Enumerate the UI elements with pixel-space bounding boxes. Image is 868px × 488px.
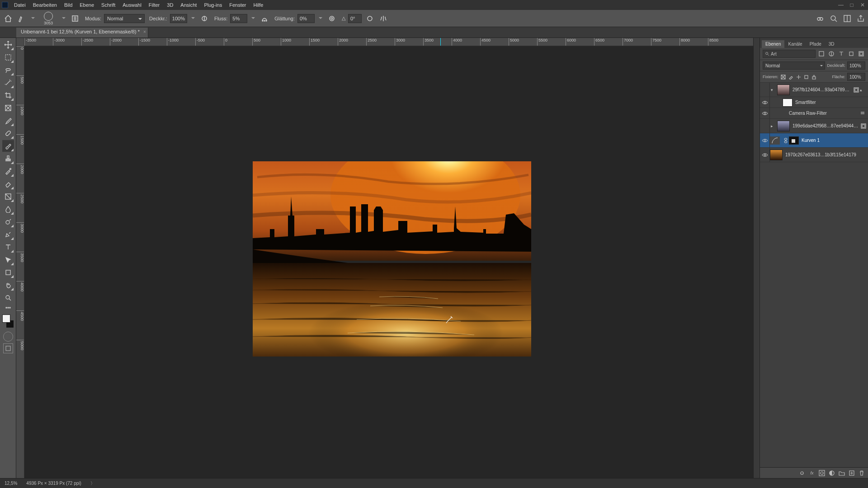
smoothing-input[interactable]: 0% bbox=[297, 14, 315, 23]
eraser-tool[interactable] bbox=[2, 178, 14, 190]
visibility-toggle[interactable] bbox=[760, 83, 770, 97]
tab-ebenen[interactable]: Ebenen bbox=[762, 40, 784, 48]
tab-pfade[interactable]: Pfade bbox=[806, 40, 825, 48]
layer-blend-mode[interactable]: Normal bbox=[763, 61, 825, 70]
flow-input[interactable]: 5% bbox=[230, 14, 247, 23]
layer-name[interactable]: 199e6dae42f968…87ee94944802d bbox=[793, 123, 859, 128]
filter-type-icon[interactable] bbox=[837, 50, 845, 58]
search-icon[interactable] bbox=[829, 14, 838, 23]
brush-settings-icon[interactable] bbox=[70, 13, 80, 24]
close-button[interactable]: ✕ bbox=[857, 1, 868, 9]
tab-3d[interactable]: 3D bbox=[825, 40, 838, 48]
blend-mode-dropdown[interactable]: Normal bbox=[104, 14, 145, 23]
close-tab-icon[interactable]: × bbox=[143, 29, 146, 34]
horizontal-ruler[interactable]: -3500-3000-2500-2000-1500-1000-500050010… bbox=[24, 38, 753, 46]
menu-datei[interactable]: Datei bbox=[11, 1, 29, 9]
menu-auswahl[interactable]: Auswahl bbox=[119, 1, 145, 9]
group-icon[interactable] bbox=[838, 469, 845, 477]
smoothing-options-icon[interactable] bbox=[326, 13, 337, 24]
link-mask-icon[interactable] bbox=[783, 135, 789, 146]
edit-toolbar-icon[interactable] bbox=[2, 305, 14, 311]
dodge-tool[interactable] bbox=[2, 216, 14, 228]
stamp-tool[interactable] bbox=[2, 153, 14, 164]
layer-name[interactable]: Camera Raw-Filter bbox=[789, 111, 860, 116]
layer-item[interactable]: 1970c267e03613…1b3f115e14179 bbox=[760, 148, 868, 162]
brush-tool[interactable] bbox=[2, 140, 14, 152]
layer-name[interactable]: Smartfilter bbox=[795, 100, 866, 105]
layer-name[interactable]: 29f7fb124604…93a047894a38 bbox=[793, 87, 852, 92]
brush-preset-picker[interactable]: 3053 bbox=[39, 12, 58, 25]
lock-transparency-icon[interactable] bbox=[780, 74, 787, 80]
heal-tool[interactable] bbox=[2, 127, 14, 139]
layer-opacity-input[interactable]: 100% bbox=[847, 61, 865, 70]
lock-all-icon[interactable] bbox=[811, 74, 817, 80]
flow-chevron-icon[interactable] bbox=[250, 14, 256, 23]
crop-tool[interactable] bbox=[2, 89, 14, 101]
gradient-tool[interactable] bbox=[2, 191, 14, 202]
symmetry-icon[interactable] bbox=[378, 13, 389, 24]
pen-tool[interactable] bbox=[2, 229, 14, 240]
layer-thumbnail[interactable] bbox=[770, 150, 783, 160]
screen-mode-toggle[interactable] bbox=[3, 343, 13, 353]
path-select-tool[interactable] bbox=[2, 254, 14, 266]
status-chevron-icon[interactable]: 〉 bbox=[90, 480, 95, 487]
visibility-toggle[interactable] bbox=[760, 133, 770, 147]
move-tool[interactable] bbox=[2, 39, 14, 51]
lasso-tool[interactable] bbox=[2, 64, 14, 76]
pressure-size-icon[interactable] bbox=[364, 13, 375, 24]
menu-fenster[interactable]: Fenster bbox=[226, 1, 249, 9]
home-button[interactable] bbox=[3, 13, 14, 24]
minimize-button[interactable]: — bbox=[835, 1, 846, 9]
arrange-documents-icon[interactable] bbox=[843, 14, 852, 23]
wand-tool[interactable] bbox=[2, 77, 14, 89]
layer-name[interactable]: 1970c267e03613…1b3f115e14179 bbox=[785, 152, 866, 157]
menu-bild[interactable]: Bild bbox=[61, 1, 75, 9]
layer-item-filter[interactable]: Camera Raw-Filter bbox=[760, 108, 868, 119]
tool-preset-chevron-icon[interactable] bbox=[30, 14, 36, 23]
opacity-input[interactable]: 100% bbox=[170, 14, 187, 23]
add-mask-icon[interactable] bbox=[818, 469, 826, 477]
lock-artboard-icon[interactable] bbox=[803, 74, 810, 80]
share-icon[interactable] bbox=[856, 14, 865, 23]
smoothing-chevron-icon[interactable] bbox=[317, 14, 324, 23]
marquee-tool[interactable] bbox=[2, 52, 14, 63]
menu-schrift[interactable]: Schrift bbox=[98, 1, 118, 9]
tool-preset-picker[interactable] bbox=[16, 13, 27, 24]
layer-mask-thumbnail[interactable] bbox=[789, 136, 799, 145]
layer-item[interactable]: ▾ 29f7fb124604…93a047894a38 ▴ bbox=[760, 83, 868, 97]
tab-kanaele[interactable]: Kanäle bbox=[784, 40, 806, 48]
menu-ebene[interactable]: Ebene bbox=[76, 1, 97, 9]
airbrush-icon[interactable] bbox=[259, 13, 270, 24]
canvas[interactable] bbox=[24, 46, 753, 478]
hand-tool[interactable] bbox=[2, 279, 14, 291]
history-brush-tool[interactable] bbox=[2, 165, 14, 177]
angle-input[interactable]: 0° bbox=[348, 14, 362, 23]
quick-mask-toggle[interactable] bbox=[3, 332, 13, 342]
layer-thumbnail[interactable] bbox=[777, 84, 790, 95]
frame-tool[interactable] bbox=[2, 102, 14, 114]
expand-arrow-icon[interactable]: ▾ bbox=[771, 88, 776, 92]
menu-hilfe[interactable]: Hilfe bbox=[250, 1, 266, 9]
filter-adjust-icon[interactable] bbox=[827, 50, 835, 58]
blur-tool[interactable] bbox=[2, 203, 14, 215]
link-layers-icon[interactable] bbox=[798, 469, 806, 477]
layer-item-curves[interactable]: Kurven 1 bbox=[760, 133, 868, 148]
lock-position-icon[interactable] bbox=[796, 74, 802, 80]
opacity-chevron-icon[interactable] bbox=[190, 14, 196, 23]
layer-name[interactable]: Kurven 1 bbox=[802, 138, 866, 143]
zoom-tool[interactable] bbox=[2, 292, 14, 304]
filter-shape-icon[interactable] bbox=[847, 50, 855, 58]
layer-fill-input[interactable]: 100% bbox=[847, 73, 865, 81]
visibility-toggle[interactable] bbox=[760, 108, 770, 118]
collapsed-panel-strip[interactable] bbox=[753, 38, 760, 478]
lock-pixels-icon[interactable] bbox=[788, 74, 794, 80]
shape-tool[interactable] bbox=[2, 267, 14, 278]
menu-filter[interactable]: Filter bbox=[146, 1, 163, 9]
filter-mask-thumbnail[interactable] bbox=[783, 99, 793, 107]
layer-thumbnail[interactable] bbox=[777, 121, 790, 131]
pressure-opacity-icon[interactable] bbox=[199, 13, 210, 24]
layer-filter-type[interactable]: Art bbox=[763, 50, 816, 58]
adjustment-layer-icon[interactable] bbox=[828, 469, 835, 477]
new-layer-icon[interactable] bbox=[848, 469, 855, 477]
vertical-ruler[interactable]: 0500100015002000250030003500400045005000 bbox=[16, 46, 24, 478]
